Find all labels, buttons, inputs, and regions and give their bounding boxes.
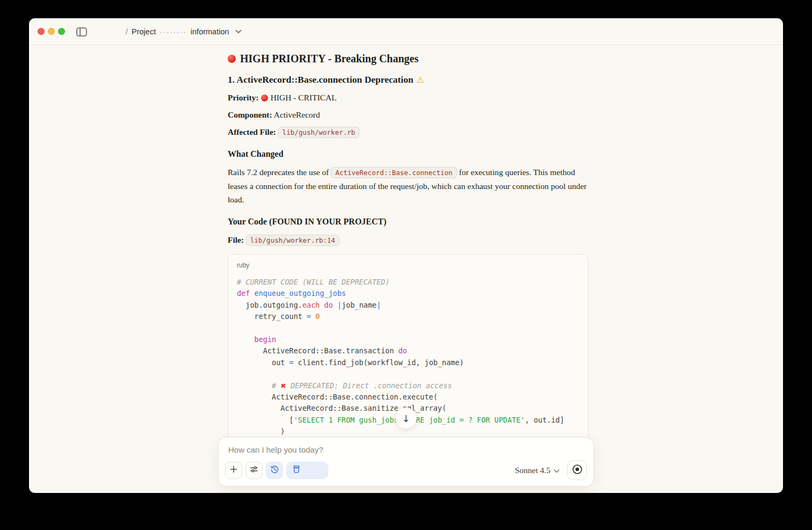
code-line: # ✖ DEPRECATED: Direct .connection acces… <box>237 380 579 391</box>
titlebar: / Project ········ information <box>29 18 783 45</box>
code-line: ActiveRecord::Base.transaction do <box>237 345 579 357</box>
scroll-to-bottom-button[interactable]: ↓ <box>395 408 417 429</box>
component-value: ActiveRecord <box>274 110 320 119</box>
code-line: ActiveRecord::Base.connection.execute( <box>237 391 579 403</box>
red-circle-emoji <box>228 55 236 63</box>
your-code-heading: Your Code (FOUND IN YOUR PROJECT) <box>228 217 589 227</box>
affected-file-label: Affected File: <box>228 127 276 136</box>
traffic-lights <box>38 28 65 35</box>
history-button[interactable] <box>266 462 283 479</box>
doc-heading-text: HIGH PRIORITY - Breaking Changes <box>240 52 418 66</box>
code-line <box>237 323 579 334</box>
model-name: Sonnet 4.5 <box>515 466 550 475</box>
breadcrumb-separator: / <box>126 27 128 36</box>
project-title-redacted: ········ <box>160 28 187 36</box>
doc-heading-high-priority: HIGH PRIORITY - Breaking Changes <box>228 52 589 66</box>
composer-right-controls: Sonnet 4.5 <box>515 460 587 480</box>
priority-value: HIGH - CRITICAL <box>271 93 337 102</box>
code-line: retry_count = 0 <box>237 311 579 322</box>
attach-button[interactable] <box>225 462 242 479</box>
affected-file-field: Affected File: lib/gush/worker.rb <box>228 126 589 139</box>
component-label: Component: <box>228 110 272 119</box>
code-line: job.outgoing.each do |job_name| <box>237 300 579 311</box>
inline-code-connection: ActiveRecord::Base.connection <box>331 167 456 178</box>
tools-settings-button[interactable] <box>245 462 263 479</box>
app-window: / Project ········ information HIGH PRIO… <box>29 18 783 493</box>
sliders-icon <box>250 465 258 476</box>
chevron-down-icon <box>554 466 560 475</box>
voice-mode-button[interactable] <box>567 460 587 480</box>
code-block: ruby # CURRENT CODE (WILL BE DEPRECATED)… <box>228 254 589 460</box>
record-icon <box>572 464 583 477</box>
code-line: # CURRENT CODE (WILL BE DEPRECATED) <box>237 277 579 288</box>
paragraph-text: Rails 7.2 deprecates the use of <box>228 168 331 177</box>
component-field: Component: ActiveRecord <box>228 108 589 121</box>
code-line: out = client.find_job(workflow_id, job_n… <box>237 357 579 368</box>
chat-composer[interactable]: Sonnet 4.5 <box>218 437 594 487</box>
file-field: File: lib/gush/worker.rb:14 <box>228 234 589 246</box>
document-content: HIGH PRIORITY - Breaking Changes 1. Acti… <box>228 45 589 460</box>
sidebar-toggle-icon[interactable] <box>76 26 88 37</box>
code-line <box>237 368 579 380</box>
doc-subheading-deprecation: 1. ActiveRecord::Base.connection Depreca… <box>228 73 589 86</box>
red-circle-emoji <box>261 95 268 101</box>
project-title-prefix: Project <box>132 27 156 36</box>
arrow-down-icon: ↓ <box>402 413 410 424</box>
inline-code-file-line: lib/gush/worker.rb:14 <box>246 235 339 246</box>
doc-subheading-text: 1. ActiveRecord::Base.connection Depreca… <box>228 74 414 85</box>
minimize-window-button[interactable] <box>48 28 55 35</box>
priority-label: Priority: <box>228 93 259 102</box>
model-selector[interactable]: Sonnet 4.5 <box>515 466 560 475</box>
message-input[interactable] <box>228 445 529 454</box>
what-changed-paragraph: Rails 7.2 deprecates the use of ActiveRe… <box>228 165 589 206</box>
context-pill-button[interactable] <box>286 462 328 479</box>
code-line: begin <box>237 334 579 345</box>
project-breadcrumb[interactable]: / Project ········ information <box>126 18 242 45</box>
priority-field: Priority:HIGH - CRITICAL <box>228 91 589 104</box>
chevron-down-icon[interactable] <box>235 30 242 34</box>
archive-jar-icon <box>292 464 301 476</box>
history-clock-icon <box>270 465 279 476</box>
inline-code-affected-file: lib/gush/worker.rb <box>278 127 359 138</box>
maximize-window-button[interactable] <box>58 28 65 35</box>
file-label: File: <box>228 235 244 244</box>
code-language-label: ruby <box>228 255 588 271</box>
project-title-suffix: information <box>191 27 229 36</box>
close-window-button[interactable] <box>38 28 45 35</box>
plus-icon <box>229 465 238 476</box>
warning-emoji: ⚠ <box>417 75 424 85</box>
code-line: def enqueue_outgoing_jobs <box>237 288 579 299</box>
what-changed-heading: What Changed <box>228 149 589 159</box>
composer-toolbar <box>225 462 328 479</box>
